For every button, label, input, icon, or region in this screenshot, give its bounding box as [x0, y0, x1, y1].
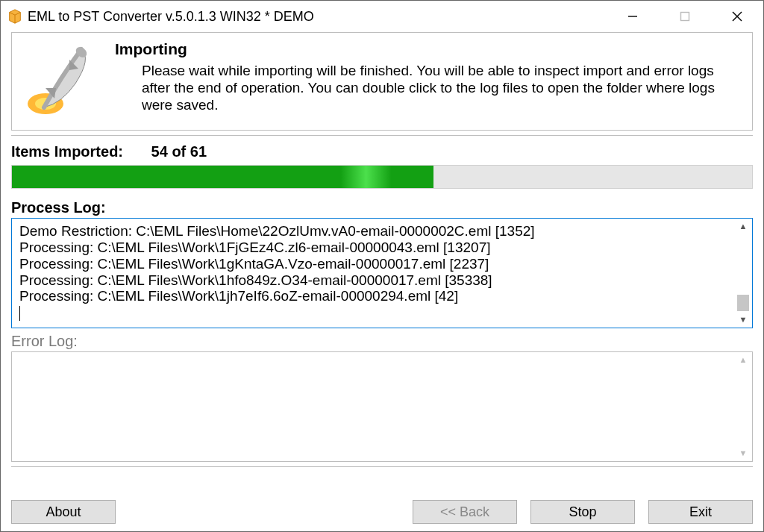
error-log-scrollbar[interactable]: ▲ ▼: [734, 352, 752, 461]
divider: [11, 466, 753, 467]
window-controls: [607, 1, 763, 32]
process-log-line: Processing: C:\EML Files\Work\1jh7eIf6.6…: [19, 288, 745, 304]
header-panel: Importing Please wait while importing wi…: [11, 32, 753, 131]
stop-button[interactable]: Stop: [530, 500, 635, 524]
back-button[interactable]: << Back: [413, 500, 517, 524]
error-log-label: Error Log:: [11, 333, 753, 350]
progress-bar: [11, 165, 753, 189]
text-caret: [19, 306, 20, 321]
scroll-down-icon[interactable]: ▼: [739, 315, 748, 325]
process-log-line: Processing: C:\EML Files\Work\1FjGEz4C.z…: [19, 240, 745, 256]
content-area: Importing Please wait while importing wi…: [1, 32, 763, 531]
process-log-scrollbar[interactable]: ▲ ▼: [734, 219, 752, 328]
scroll-up-icon[interactable]: ▲: [739, 222, 748, 231]
items-imported-count: 54 of 61: [151, 143, 207, 160]
process-log-line: Demo Restriction: C:\EML Files\Home\22Oz…: [19, 223, 745, 240]
progress-bar-fill: [12, 166, 433, 188]
header-description: Please wait while importing will be fini…: [115, 63, 745, 113]
exit-button[interactable]: Exit: [648, 500, 753, 524]
about-button[interactable]: About: [11, 500, 116, 524]
process-log-label: Process Log:: [11, 199, 753, 216]
app-icon: [7, 8, 23, 25]
maximize-button[interactable]: [659, 1, 711, 32]
titlebar: EML to PST Converter v.5.0.1.3 WIN32 * D…: [1, 1, 763, 32]
scroll-thumb[interactable]: [737, 295, 749, 311]
minimize-button[interactable]: [607, 1, 659, 32]
process-log-box[interactable]: Demo Restriction: C:\EML Files\Home\22Oz…: [11, 218, 753, 328]
scroll-up-icon[interactable]: ▲: [739, 355, 748, 365]
divider: [11, 135, 753, 136]
close-button[interactable]: [711, 1, 763, 32]
window-title: EML to PST Converter v.5.0.1.3 WIN32 * D…: [28, 9, 607, 25]
items-imported-label: Items Imported:: [11, 143, 123, 160]
button-row: About << Back Stop Exit: [11, 494, 753, 524]
process-log-line: Processing: C:\EML Files\Work\1hfo849z.O…: [19, 272, 745, 289]
svg-rect-1: [681, 13, 689, 21]
error-log-box[interactable]: ▲ ▼: [11, 351, 753, 462]
items-imported-row: Items Imported: 54 of 61: [11, 143, 753, 160]
process-log-line: Processing: C:\EML Files\Work\1gKntaGA.V…: [19, 256, 745, 272]
scroll-down-icon[interactable]: ▼: [739, 448, 748, 458]
app-window: EML to PST Converter v.5.0.1.3 WIN32 * D…: [0, 0, 764, 532]
rocket-icon: [19, 40, 101, 122]
header-title: Importing: [115, 40, 745, 58]
